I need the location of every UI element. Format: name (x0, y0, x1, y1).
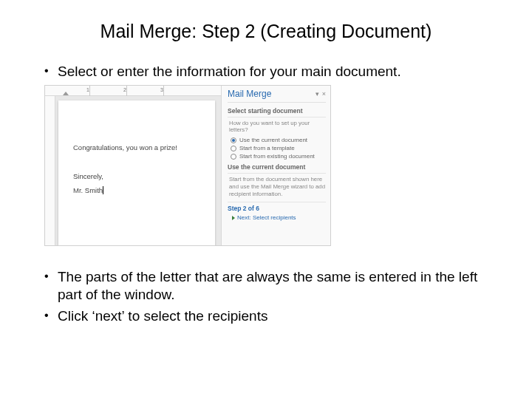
doc-line-2: Sincerely, (73, 172, 202, 180)
radio-label: Start from existing document (239, 153, 315, 160)
bullet-3: • Click ‘next’ to select the recipients (44, 307, 502, 325)
pane-close-icon[interactable]: × (322, 90, 326, 98)
arrow-right-icon (232, 216, 235, 220)
bullet-2-text: The parts of the letter that are always … (58, 268, 502, 304)
ruler-tick (163, 86, 164, 96)
bullet-dot: • (44, 63, 58, 81)
radio-start-template[interactable]: Start from a template (228, 144, 326, 152)
pane-section-use-current: Use the current document (228, 162, 326, 174)
bullet-dot: • (44, 307, 58, 325)
doc-line-1: Congratulations, you won a prize! (73, 143, 202, 151)
document-area: 1 2 3 Congratulations, you won a prize! … (45, 86, 221, 245)
next-link-label: Next: Select recipients (237, 214, 296, 221)
mail-merge-pane: Mail Merge ▾ × Select starting document … (221, 86, 330, 245)
ruler-label-3: 3 (160, 87, 163, 92)
radio-icon (231, 137, 236, 143)
ruler-tick (89, 86, 90, 96)
bullet-3-text: Click ‘next’ to select the recipients (58, 307, 502, 325)
pane-title: Mail Merge (228, 89, 271, 99)
ruler-tick (126, 86, 127, 96)
embedded-screenshot: 1 2 3 Congratulations, you won a prize! … (44, 85, 331, 246)
bullet-1: • Select or enter the information for yo… (44, 63, 502, 81)
horizontal-ruler: 1 2 3 (45, 86, 221, 96)
document-page[interactable]: Congratulations, you won a prize! Sincer… (58, 100, 215, 245)
bullet-dot: • (44, 268, 58, 304)
pane-desc-use-current: Start from the document shown here and u… (228, 174, 326, 200)
slide-title: Mail Merge: Step 2 (Creating Document) (0, 21, 532, 42)
pane-dropdown-icon[interactable]: ▾ (316, 90, 319, 98)
next-link[interactable]: Next: Select recipients (228, 214, 326, 221)
pane-section-starting-doc: Select starting document (228, 106, 326, 117)
bullet-2: • The parts of the letter that are alway… (44, 268, 502, 304)
radio-use-current[interactable]: Use the current document (228, 136, 326, 144)
radio-icon (231, 154, 236, 160)
ruler-label-2: 2 (123, 87, 126, 92)
text-cursor-icon (103, 186, 103, 194)
pane-question-1: How do you want to set up your letters? (228, 117, 326, 136)
doc-line-3: Mr. Smith (73, 186, 202, 194)
bullet-1-text: Select or enter the information for your… (58, 63, 502, 81)
radio-label: Start from a template (239, 145, 295, 151)
radio-label: Use the current document (239, 137, 307, 143)
step-indicator: Step 2 of 6 (228, 202, 326, 214)
radio-start-existing[interactable]: Start from existing document (228, 152, 326, 160)
radio-icon (231, 146, 236, 151)
vertical-ruler (45, 96, 55, 245)
indent-marker-icon (63, 92, 69, 95)
ruler-label-1: 1 (86, 87, 89, 92)
